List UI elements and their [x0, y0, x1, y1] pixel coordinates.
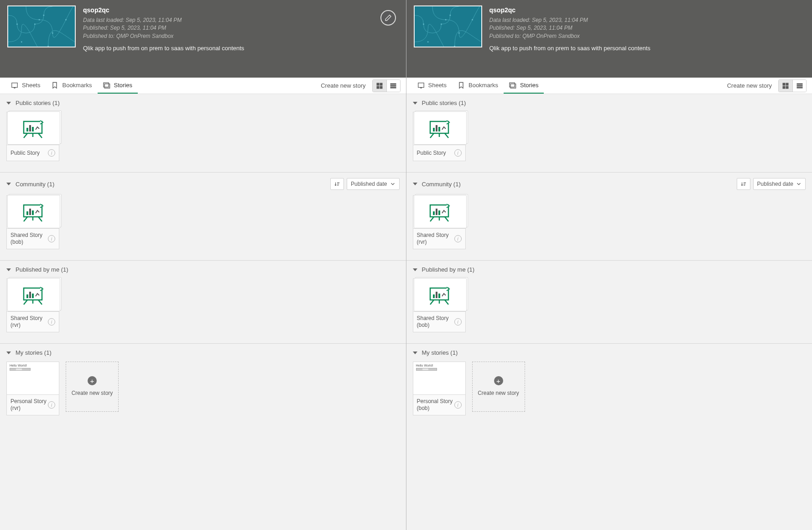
app-meta-published: Published: Sep 5, 2023, 11:04 PM — [489, 24, 805, 32]
create-label: Create new story — [72, 390, 113, 397]
card-title: Shared Story (rvr) — [10, 315, 48, 329]
content-area: Public stories (1) Public Storyi Communi… — [406, 94, 812, 530]
section-published-by-me: Published by me (1) Shared Story (rvr)i — [0, 260, 406, 343]
app-header: qsop2qc Data last loaded: Sep 5, 2023, 1… — [0, 0, 406, 78]
app-title: qsop2qc — [83, 6, 399, 14]
tab-bar: Sheets Bookmarks Stories Create new stor… — [0, 78, 406, 94]
card-title: Personal Story (rvr) — [10, 398, 48, 412]
tab-stories[interactable]: Stories — [98, 78, 138, 94]
section-title: Public stories (1) — [422, 100, 466, 106]
story-card[interactable]: Shared Story (rvr)i — [6, 278, 59, 332]
sort-field-dropdown[interactable]: Published date — [347, 178, 399, 190]
app-meta-publishedto: Published to: QMP OnPrem Sandbox — [83, 32, 399, 40]
list-view-button[interactable] — [792, 80, 806, 92]
card-thumbnail — [6, 112, 59, 145]
story-card[interactable]: Hello World! Personal Story (bob)i — [413, 362, 466, 415]
card-thumbnail — [413, 195, 466, 228]
pane-right: qsop2qc Data last loaded: Sep 5, 2023, 1… — [406, 0, 812, 530]
story-card[interactable]: Public Storyi — [6, 112, 59, 161]
create-story-link[interactable]: Create new story — [314, 82, 372, 89]
plus-icon: + — [88, 376, 97, 385]
app-meta-publishedto: Published to: QMP OnPrem Sandbox — [489, 32, 805, 40]
create-label: Create new story — [478, 390, 519, 397]
sort-field-dropdown[interactable]: Published date — [753, 178, 806, 190]
tab-label: Bookmarks — [468, 82, 498, 89]
section-header[interactable]: My stories (1) — [0, 344, 406, 362]
app-meta-loaded: Data last loaded: Sep 5, 2023, 11:04 PM — [83, 16, 399, 24]
card-thumbnail — [6, 195, 59, 228]
section-header[interactable]: My stories (1) — [406, 344, 812, 362]
app-header: qsop2qc Data last loaded: Sep 5, 2023, 1… — [406, 0, 812, 78]
card-thumbnail — [6, 278, 59, 311]
info-icon[interactable]: i — [48, 318, 55, 325]
section-header[interactable]: Community (1) Published date — [406, 173, 812, 195]
info-icon[interactable]: i — [48, 401, 55, 409]
story-card[interactable]: Public Storyi — [413, 112, 466, 161]
card-title: Shared Story (bob) — [10, 232, 48, 246]
info-icon[interactable]: i — [48, 235, 55, 242]
tab-bookmarks[interactable]: Bookmarks — [452, 78, 504, 94]
collapse-icon — [6, 268, 11, 271]
sort-label: Published date — [351, 181, 387, 187]
section-public: Public stories (1) Public Storyi — [406, 94, 812, 172]
create-story-card[interactable]: + Create new story — [66, 362, 119, 412]
section-my-stories: My stories (1) Hello World! Personal Sto… — [406, 343, 812, 426]
grid-view-button[interactable] — [373, 80, 386, 92]
collapse-icon — [413, 352, 417, 354]
section-header[interactable]: Published by me (1) — [406, 261, 812, 278]
info-icon[interactable]: i — [454, 401, 462, 409]
tab-label: Sheets — [428, 82, 447, 89]
app-thumbnail — [7, 5, 76, 47]
section-title: Published by me (1) — [422, 266, 475, 273]
sort-label: Published date — [757, 181, 793, 187]
section-header[interactable]: Public stories (1) — [406, 94, 812, 112]
view-toggle — [778, 79, 807, 92]
grid-view-button[interactable] — [779, 80, 792, 92]
collapse-icon — [6, 352, 11, 354]
section-title: Published by me (1) — [16, 266, 68, 273]
section-title: My stories (1) — [16, 349, 52, 356]
content-area: Public stories (1) Public Storyi Communi… — [0, 94, 406, 530]
tab-stories[interactable]: Stories — [504, 78, 544, 94]
info-icon[interactable]: i — [48, 149, 55, 157]
card-title: Shared Story (rvr) — [417, 232, 454, 246]
sort-direction-button[interactable] — [330, 178, 344, 190]
info-icon[interactable]: i — [454, 149, 462, 157]
hello-text: Hello World! — [10, 364, 27, 367]
tab-bookmarks[interactable]: Bookmarks — [46, 78, 97, 94]
collapse-icon — [6, 183, 11, 185]
card-title: Public Story — [417, 150, 454, 157]
section-header[interactable]: Published by me (1) — [0, 261, 406, 278]
collapse-icon — [413, 102, 417, 105]
story-card[interactable]: Shared Story (rvr)i — [413, 195, 466, 249]
hello-text: Hello World! — [416, 364, 433, 367]
create-story-link[interactable]: Create new story — [721, 82, 778, 89]
app-title: qsop2qc — [489, 6, 805, 14]
list-view-button[interactable] — [386, 80, 400, 92]
story-card[interactable]: Shared Story (bob)i — [413, 278, 466, 332]
plus-icon: + — [494, 376, 503, 385]
section-header[interactable]: Public stories (1) — [0, 94, 406, 112]
section-title: Community (1) — [16, 181, 54, 188]
section-published-by-me: Published by me (1) Shared Story (bob)i — [406, 260, 812, 343]
create-story-card[interactable]: + Create new story — [472, 362, 525, 412]
card-thumbnail — [413, 112, 466, 145]
tab-sheets[interactable]: Sheets — [5, 78, 46, 94]
info-icon[interactable]: i — [454, 235, 462, 242]
section-title: My stories (1) — [422, 349, 458, 356]
sort-direction-button[interactable] — [737, 178, 750, 190]
tab-label: Sheets — [22, 82, 40, 89]
section-title: Public stories (1) — [16, 100, 60, 106]
edit-button[interactable] — [380, 10, 396, 26]
story-card[interactable]: Shared Story (bob)i — [6, 195, 59, 249]
section-community: Community (1) Published date Shared Stor… — [0, 172, 406, 260]
collapse-icon — [413, 268, 417, 271]
collapse-icon — [6, 102, 11, 105]
pane-left: qsop2qc Data last loaded: Sep 5, 2023, 1… — [0, 0, 406, 530]
story-card[interactable]: Hello World! Personal Story (rvr)i — [6, 362, 59, 415]
section-header[interactable]: Community (1) Published date — [0, 173, 406, 195]
info-icon[interactable]: i — [454, 318, 462, 325]
app-meta-published: Published: Sep 5, 2023, 11:04 PM — [83, 24, 399, 32]
section-my-stories: My stories (1) Hello World! Personal Sto… — [0, 343, 406, 426]
tab-sheets[interactable]: Sheets — [412, 78, 452, 94]
